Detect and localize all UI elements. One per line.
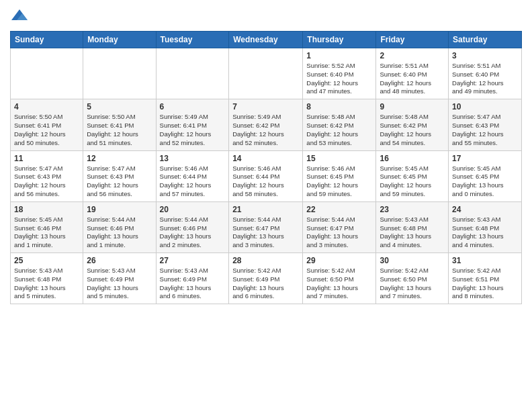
calendar-week-row: 4Sunrise: 5:50 AM Sunset: 6:41 PM Daylig… xyxy=(11,99,522,150)
day-info: Sunrise: 5:49 AM Sunset: 6:41 PM Dayligh… xyxy=(160,113,226,147)
day-number: 16 xyxy=(380,154,445,163)
day-number: 24 xyxy=(452,205,518,214)
calendar-cell: 3Sunrise: 5:51 AM Sunset: 6:40 PM Daylig… xyxy=(449,48,522,99)
calendar-cell xyxy=(83,48,156,99)
calendar-header-row: Sunday Monday Tuesday Wednesday Thursday… xyxy=(11,32,522,48)
calendar-cell: 6Sunrise: 5:49 AM Sunset: 6:41 PM Daylig… xyxy=(156,99,229,150)
page-header xyxy=(10,7,522,26)
day-info: Sunrise: 5:49 AM Sunset: 6:42 PM Dayligh… xyxy=(232,113,299,147)
calendar-cell: 14Sunrise: 5:46 AM Sunset: 6:44 PM Dayli… xyxy=(229,150,303,201)
day-info: Sunrise: 5:42 AM Sunset: 6:50 PM Dayligh… xyxy=(380,267,445,301)
logo xyxy=(10,7,32,26)
day-info: Sunrise: 5:43 AM Sunset: 6:49 PM Dayligh… xyxy=(160,267,226,301)
day-number: 12 xyxy=(87,154,152,163)
calendar-week-row: 25Sunrise: 5:43 AM Sunset: 6:48 PM Dayli… xyxy=(11,253,522,304)
day-info: Sunrise: 5:50 AM Sunset: 6:41 PM Dayligh… xyxy=(14,113,79,147)
day-number: 14 xyxy=(232,154,299,163)
calendar-cell: 20Sunrise: 5:44 AM Sunset: 6:46 PM Dayli… xyxy=(156,201,229,253)
day-number: 17 xyxy=(452,154,518,163)
day-info: Sunrise: 5:44 AM Sunset: 6:47 PM Dayligh… xyxy=(232,216,299,250)
calendar-cell: 21Sunrise: 5:44 AM Sunset: 6:47 PM Dayli… xyxy=(229,201,303,253)
day-number: 31 xyxy=(452,256,518,265)
calendar-cell xyxy=(11,48,83,99)
calendar-cell: 28Sunrise: 5:42 AM Sunset: 6:49 PM Dayli… xyxy=(229,253,303,304)
day-number: 4 xyxy=(14,102,79,111)
header-monday: Monday xyxy=(83,32,156,48)
calendar-cell: 11Sunrise: 5:47 AM Sunset: 6:43 PM Dayli… xyxy=(11,150,83,201)
day-info: Sunrise: 5:46 AM Sunset: 6:44 PM Dayligh… xyxy=(160,165,226,199)
calendar-cell: 10Sunrise: 5:47 AM Sunset: 6:43 PM Dayli… xyxy=(449,99,522,150)
calendar-cell: 9Sunrise: 5:48 AM Sunset: 6:42 PM Daylig… xyxy=(376,99,449,150)
calendar-cell xyxy=(229,48,303,99)
day-info: Sunrise: 5:44 AM Sunset: 6:47 PM Dayligh… xyxy=(306,216,372,250)
day-number: 11 xyxy=(14,154,79,163)
day-number: 18 xyxy=(14,205,79,214)
day-info: Sunrise: 5:46 AM Sunset: 6:45 PM Dayligh… xyxy=(306,165,372,199)
day-number: 26 xyxy=(87,256,152,265)
day-info: Sunrise: 5:51 AM Sunset: 6:40 PM Dayligh… xyxy=(452,62,518,96)
day-info: Sunrise: 5:47 AM Sunset: 6:43 PM Dayligh… xyxy=(452,113,518,147)
day-number: 20 xyxy=(160,205,226,214)
calendar-cell: 1Sunrise: 5:52 AM Sunset: 6:40 PM Daylig… xyxy=(303,48,376,99)
day-info: Sunrise: 5:43 AM Sunset: 6:48 PM Dayligh… xyxy=(452,216,518,250)
day-info: Sunrise: 5:50 AM Sunset: 6:41 PM Dayligh… xyxy=(87,113,152,147)
day-info: Sunrise: 5:45 AM Sunset: 6:45 PM Dayligh… xyxy=(380,165,445,199)
calendar-cell: 13Sunrise: 5:46 AM Sunset: 6:44 PM Dayli… xyxy=(156,150,229,201)
day-info: Sunrise: 5:48 AM Sunset: 6:42 PM Dayligh… xyxy=(306,113,372,147)
day-info: Sunrise: 5:44 AM Sunset: 6:46 PM Dayligh… xyxy=(87,216,152,250)
day-info: Sunrise: 5:42 AM Sunset: 6:49 PM Dayligh… xyxy=(232,267,299,301)
day-number: 28 xyxy=(232,256,299,265)
header-thursday: Thursday xyxy=(303,32,376,48)
day-info: Sunrise: 5:45 AM Sunset: 6:45 PM Dayligh… xyxy=(452,165,518,199)
header-saturday: Saturday xyxy=(449,32,522,48)
calendar-cell: 25Sunrise: 5:43 AM Sunset: 6:48 PM Dayli… xyxy=(11,253,83,304)
day-number: 9 xyxy=(380,102,445,111)
day-number: 27 xyxy=(160,256,226,265)
calendar-cell: 22Sunrise: 5:44 AM Sunset: 6:47 PM Dayli… xyxy=(303,201,376,253)
day-info: Sunrise: 5:44 AM Sunset: 6:46 PM Dayligh… xyxy=(160,216,226,250)
day-info: Sunrise: 5:42 AM Sunset: 6:50 PM Dayligh… xyxy=(306,267,372,301)
calendar-cell: 17Sunrise: 5:45 AM Sunset: 6:45 PM Dayli… xyxy=(449,150,522,201)
logo-icon xyxy=(10,7,29,26)
calendar-cell: 27Sunrise: 5:43 AM Sunset: 6:49 PM Dayli… xyxy=(156,253,229,304)
calendar-cell: 29Sunrise: 5:42 AM Sunset: 6:50 PM Dayli… xyxy=(303,253,376,304)
day-info: Sunrise: 5:48 AM Sunset: 6:42 PM Dayligh… xyxy=(380,113,445,147)
header-wednesday: Wednesday xyxy=(229,32,303,48)
calendar-cell: 7Sunrise: 5:49 AM Sunset: 6:42 PM Daylig… xyxy=(229,99,303,150)
calendar-cell xyxy=(156,48,229,99)
day-number: 22 xyxy=(306,205,372,214)
calendar-cell: 15Sunrise: 5:46 AM Sunset: 6:45 PM Dayli… xyxy=(303,150,376,201)
calendar-cell: 4Sunrise: 5:50 AM Sunset: 6:41 PM Daylig… xyxy=(11,99,83,150)
calendar-cell: 19Sunrise: 5:44 AM Sunset: 6:46 PM Dayli… xyxy=(83,201,156,253)
calendar-cell: 24Sunrise: 5:43 AM Sunset: 6:48 PM Dayli… xyxy=(449,201,522,253)
calendar-cell: 23Sunrise: 5:43 AM Sunset: 6:48 PM Dayli… xyxy=(376,201,449,253)
calendar-cell: 26Sunrise: 5:43 AM Sunset: 6:49 PM Dayli… xyxy=(83,253,156,304)
day-info: Sunrise: 5:42 AM Sunset: 6:51 PM Dayligh… xyxy=(452,267,518,301)
day-number: 19 xyxy=(87,205,152,214)
day-number: 10 xyxy=(452,102,518,111)
day-number: 3 xyxy=(452,51,518,60)
day-info: Sunrise: 5:47 AM Sunset: 6:43 PM Dayligh… xyxy=(14,165,79,199)
day-number: 23 xyxy=(380,205,445,214)
calendar-cell: 5Sunrise: 5:50 AM Sunset: 6:41 PM Daylig… xyxy=(83,99,156,150)
day-info: Sunrise: 5:47 AM Sunset: 6:43 PM Dayligh… xyxy=(87,165,152,199)
day-number: 8 xyxy=(306,102,372,111)
header-sunday: Sunday xyxy=(11,32,83,48)
day-number: 6 xyxy=(160,102,226,111)
day-number: 21 xyxy=(232,205,299,214)
day-info: Sunrise: 5:43 AM Sunset: 6:49 PM Dayligh… xyxy=(87,267,152,301)
day-info: Sunrise: 5:51 AM Sunset: 6:40 PM Dayligh… xyxy=(380,62,445,96)
calendar-cell: 8Sunrise: 5:48 AM Sunset: 6:42 PM Daylig… xyxy=(303,99,376,150)
day-number: 7 xyxy=(232,102,299,111)
day-info: Sunrise: 5:43 AM Sunset: 6:48 PM Dayligh… xyxy=(380,216,445,250)
day-number: 15 xyxy=(306,154,372,163)
day-number: 2 xyxy=(380,51,445,60)
day-info: Sunrise: 5:43 AM Sunset: 6:48 PM Dayligh… xyxy=(14,267,79,301)
calendar-week-row: 1Sunrise: 5:52 AM Sunset: 6:40 PM Daylig… xyxy=(11,48,522,99)
calendar-cell: 16Sunrise: 5:45 AM Sunset: 6:45 PM Dayli… xyxy=(376,150,449,201)
day-number: 1 xyxy=(306,51,372,60)
day-number: 30 xyxy=(380,256,445,265)
calendar-cell: 2Sunrise: 5:51 AM Sunset: 6:40 PM Daylig… xyxy=(376,48,449,99)
calendar-cell: 31Sunrise: 5:42 AM Sunset: 6:51 PM Dayli… xyxy=(449,253,522,304)
calendar-cell: 12Sunrise: 5:47 AM Sunset: 6:43 PM Dayli… xyxy=(83,150,156,201)
